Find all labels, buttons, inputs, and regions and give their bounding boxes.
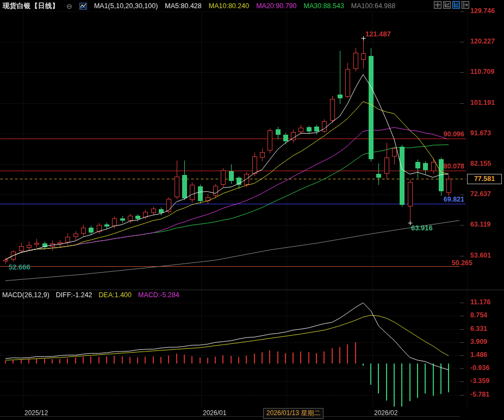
price-axis-label: 72.637 — [470, 190, 491, 198]
price-axis-label: 129.746 — [470, 7, 495, 15]
crosshair-move-button[interactable] — [434, 1, 441, 9]
support-low-label: 50.265 — [450, 259, 474, 267]
last-price-box: 77.581 — [467, 174, 502, 184]
price-chart-canvas[interactable] — [0, 0, 504, 420]
resistance-lower-label: 80.078 — [442, 162, 466, 171]
price-axis-label: 63.119 — [470, 221, 491, 228]
macd-axis-label: 1.486 — [470, 351, 487, 359]
ma-settings-label: MA1(5,10,20,30,100) — [94, 2, 158, 10]
price-axis-label: 53.601 — [470, 252, 491, 259]
axis-scale-active-button[interactable] — [452, 1, 460, 9]
ma10-value: MA10:80.240 — [209, 2, 249, 10]
macd-axis-label: -5.781 — [470, 391, 489, 398]
macd-value: MACD:-5.284 — [138, 291, 179, 299]
mini-chart-icon — [79, 3, 87, 10]
pane-shift-button[interactable] — [462, 1, 469, 9]
macd-axis-label: -3.359 — [470, 377, 489, 385]
time-axis-label: 2026/01/13 星期二 — [263, 408, 323, 419]
time-axis-label: 2026/02 — [374, 409, 397, 417]
left-low-annotation: 52.666 — [9, 263, 30, 271]
ma20-value: MA20:90.790 — [256, 2, 296, 10]
macd-axis-label: 11.176 — [470, 298, 491, 306]
macd-axis-label: 3.909 — [470, 338, 487, 346]
diff-value: DIFF:-1.242 — [56, 291, 92, 299]
chart-toolbar — [434, 1, 469, 9]
collapse-icon[interactable]: ⊖ — [66, 2, 72, 10]
trading-chart-window: 现货白银【日线】 ⊖ MA1(5,10,20,30,100) MA5:80.42… — [0, 0, 504, 420]
ma100-value: MA100:64.988 — [351, 2, 395, 10]
price-axis-label: 82.155 — [470, 160, 491, 167]
macd-axis-label: -0.936 — [470, 364, 489, 372]
macd-axis-label: 8.754 — [470, 311, 487, 319]
resistance-upper-label: 90.096 — [442, 130, 466, 139]
price-axis-label: 91.673 — [470, 129, 491, 137]
support-blue-label: 69.821 — [442, 196, 466, 204]
price-axis-label: 101.191 — [470, 99, 495, 106]
macd-settings-label: MACD(26,12,9) — [2, 291, 49, 299]
low-annotation: 63.916 — [411, 224, 433, 232]
time-axis-label: 2026/01 — [203, 409, 226, 417]
ma5-value: MA5:80.428 — [165, 2, 201, 10]
macd-header: MACD(26,12,9) DIFF:-1.242 DEA:1.400 MACD… — [2, 291, 179, 299]
price-axis-label: 110.709 — [470, 68, 495, 76]
high-annotation: 121.487 — [365, 30, 391, 38]
dea-value: DEA:1.400 — [99, 291, 132, 299]
macd-axis-label: 6.331 — [470, 325, 487, 333]
price-axis-label: 120.227 — [470, 37, 495, 45]
ma30-value: MA30:88.543 — [304, 2, 344, 10]
axis-scale-button[interactable] — [443, 1, 451, 9]
time-axis-label: 2025/12 — [24, 409, 48, 417]
symbol-title: 现货白银【日线】 — [3, 2, 59, 11]
chart-header: 现货白银【日线】 ⊖ MA1(5,10,20,30,100) MA5:80.42… — [3, 1, 395, 11]
